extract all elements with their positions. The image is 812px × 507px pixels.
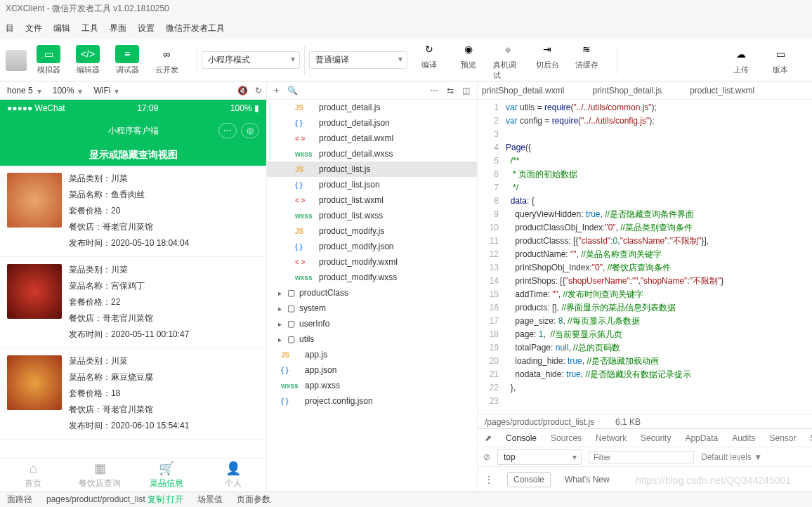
menu-item[interactable]: 目: [6, 22, 14, 37]
tree-node[interactable]: < >product_list.wxml: [267, 192, 477, 208]
devtools-tab[interactable]: Security: [641, 433, 671, 443]
product-thumbnail: [7, 355, 62, 410]
clear-cache-button[interactable]: ≋清缓存: [572, 40, 601, 81]
product-thumbnail: [7, 173, 62, 228]
window-title: XCXClient - 微信开发者工具 v1.02.1810250: [0, 0, 812, 20]
toggle-query-banner[interactable]: 显示或隐藏查询视图: [0, 145, 266, 166]
tree-node[interactable]: { }product_detail.json: [267, 115, 477, 131]
tree-node[interactable]: ▢userInfo: [267, 316, 477, 331]
open-link[interactable]: 打开: [166, 494, 183, 504]
file-explorer: + 🔍 ⋯ ⇆ ◫ JSproduct_detail.js{ }product_…: [267, 81, 478, 492]
page-params[interactable]: 页面参数: [237, 494, 270, 506]
tree-node[interactable]: wxssproduct_detail.wxss: [267, 146, 477, 162]
levels-dropdown[interactable]: Default levels ▼: [701, 452, 762, 462]
menu-item[interactable]: 微信开发者工具: [166, 22, 225, 37]
simulator-panel: hone 5 100% WiFi 🔇 ↻ ●●●●● WeChat17:0910…: [0, 81, 267, 492]
compile-button[interactable]: ↻编译: [414, 40, 444, 81]
list-item[interactable]: 菜品类别：川菜菜品名称：鱼香肉丝套餐价格：20餐饮店：哥老官川菜馆发布时间：20…: [0, 166, 266, 257]
devtools-tab[interactable]: Network: [596, 433, 627, 443]
product-list[interactable]: 菜品类别：川菜菜品名称：鱼香肉丝套餐价格：20餐饮店：哥老官川菜馆发布时间：20…: [0, 166, 266, 458]
simulator-button[interactable]: ▭模拟器: [34, 45, 63, 75]
editor-tab[interactable]: product_list.wxml: [690, 86, 754, 96]
tree-node[interactable]: { }product_modify.json: [267, 239, 477, 254]
file-tree[interactable]: JSproduct_detail.js{ }product_detail.jso…: [267, 100, 477, 492]
device-dropdown[interactable]: hone 5: [4, 84, 43, 97]
tree-node[interactable]: wxssapp.wxss: [267, 378, 477, 393]
rotate-icon[interactable]: ↻: [255, 86, 262, 96]
editor-tab[interactable]: printShop_detail.js: [592, 86, 662, 96]
menu-item[interactable]: 工具: [81, 22, 98, 37]
devtools-panel: ⬈ ConsoleSourcesNetworkSecurityAppDataAu…: [478, 428, 812, 492]
tree-node[interactable]: JSproduct_modify.js: [267, 223, 477, 239]
tab-item[interactable]: ▦餐饮店查询: [67, 459, 133, 492]
tree-node[interactable]: < >product_detail.wxml: [267, 131, 477, 146]
background-button[interactable]: ⇥切后台: [532, 40, 562, 81]
remote-debug-button[interactable]: ⟐真机调试: [493, 40, 523, 81]
list-item[interactable]: 菜品类别：川菜菜品名称：宫保鸡丁套餐价格：22餐饮店：哥老官川菜馆发布时间：20…: [0, 257, 266, 348]
collapse-icon[interactable]: ⇆: [447, 86, 454, 96]
tree-node[interactable]: { }app.json: [267, 362, 477, 378]
menu-item[interactable]: 设置: [138, 22, 155, 37]
scene-value[interactable]: 场景值: [197, 494, 223, 506]
copy-link[interactable]: 复制: [148, 494, 164, 504]
menu-item[interactable]: 文件: [25, 22, 42, 37]
tab-item[interactable]: ⌂首页: [0, 459, 67, 492]
cloud-button[interactable]: ∞云开发: [152, 45, 181, 75]
tree-node[interactable]: ▢system: [267, 301, 477, 316]
block-icon[interactable]: ⊘: [483, 452, 490, 462]
tree-node[interactable]: JSproduct_detail.js: [267, 100, 477, 115]
menu-item[interactable]: 界面: [110, 22, 126, 37]
phone-simulator: ●●●●● WeChat17:09100% ▮ 小程序客户端 ⋯ ◎ 显示或隐藏…: [0, 100, 266, 492]
whats-new-tab[interactable]: What's New: [565, 475, 610, 485]
tree-node[interactable]: wxssproduct_modify.wxss: [267, 270, 477, 285]
devtools-tab[interactable]: Audits: [732, 433, 755, 443]
tree-node[interactable]: { }project.config.json: [267, 393, 477, 409]
list-item[interactable]: 菜品类别：川菜菜品名称：麻豆烧豆腐套餐价格：18餐饮店：哥老官川菜馆发布时间：2…: [0, 348, 266, 440]
phone-nav-bar: 小程序客户端 ⋯ ◎: [0, 117, 266, 145]
context-dropdown[interactable]: top: [497, 449, 582, 465]
project-avatar: [6, 50, 27, 71]
menu-item[interactable]: 编辑: [53, 22, 70, 37]
filter-input[interactable]: [589, 451, 694, 463]
devtools-expand-icon[interactable]: ⬈: [485, 433, 492, 443]
compile-mode-dropdown[interactable]: 普通编译: [309, 51, 407, 69]
upload-button[interactable]: ☁上传: [726, 45, 756, 75]
menu-bar: 目文件编辑工具界面设置微信开发者工具: [0, 20, 812, 39]
editor-tab[interactable]: printShop_detail.wxml: [482, 86, 564, 96]
devtools-tab[interactable]: Sources: [551, 433, 582, 443]
add-icon[interactable]: +: [274, 86, 279, 96]
tab-item[interactable]: 🛒菜品信息: [133, 459, 200, 492]
devtools-tab[interactable]: AppData: [685, 433, 718, 443]
split-icon[interactable]: ◫: [462, 86, 470, 96]
drawer-menu-icon[interactable]: ⋮: [485, 475, 493, 485]
network-dropdown[interactable]: WiFi: [91, 84, 120, 97]
footer-bar: 面路径 pages/product/product_list 复制 打开 场景值…: [0, 492, 812, 507]
editor-button[interactable]: </>编辑器: [73, 45, 103, 75]
tree-node[interactable]: wxssproduct_list.wxss: [267, 208, 477, 223]
console-drawer-tab[interactable]: Console: [507, 472, 551, 487]
devtools-tab[interactable]: Console: [506, 433, 537, 443]
tree-node[interactable]: { }product_list.json: [267, 177, 477, 192]
mode-dropdown[interactable]: 小程序模式: [202, 51, 300, 69]
version-button[interactable]: ▭版本: [766, 45, 795, 75]
tree-node[interactable]: ▢utils: [267, 331, 477, 347]
devtools-tab[interactable]: Sensor: [770, 433, 797, 443]
product-thumbnail: [7, 264, 62, 319]
editor-panel: printShop_detail.wxmlprintShop_detail.js…: [478, 81, 812, 492]
preview-button[interactable]: ◉预览: [454, 40, 483, 81]
more-icon[interactable]: ⋯: [430, 86, 438, 96]
search-icon[interactable]: 🔍: [287, 86, 298, 96]
tree-node[interactable]: JSapp.js: [267, 347, 477, 362]
main-area: hone 5 100% WiFi 🔇 ↻ ●●●●● WeChat17:0910…: [0, 81, 812, 492]
tab-item[interactable]: 👤个人: [199, 459, 266, 492]
tree-node[interactable]: < >product_modify.wxml: [267, 254, 477, 270]
debugger-button[interactable]: ≡调试器: [112, 45, 142, 75]
capsule-close-icon[interactable]: ◎: [241, 123, 259, 138]
zoom-dropdown[interactable]: 100%: [50, 84, 84, 97]
code-editor[interactable]: 1234567891011121314151617181920212223 va…: [478, 100, 812, 414]
capsule-menu-icon[interactable]: ⋯: [218, 123, 237, 138]
mute-icon[interactable]: 🔇: [237, 86, 248, 96]
phone-status-bar: ●●●●● WeChat17:09100% ▮: [0, 100, 266, 117]
tree-node[interactable]: JSproduct_list.js: [267, 162, 477, 177]
tree-node[interactable]: ▢productClass: [267, 285, 477, 301]
